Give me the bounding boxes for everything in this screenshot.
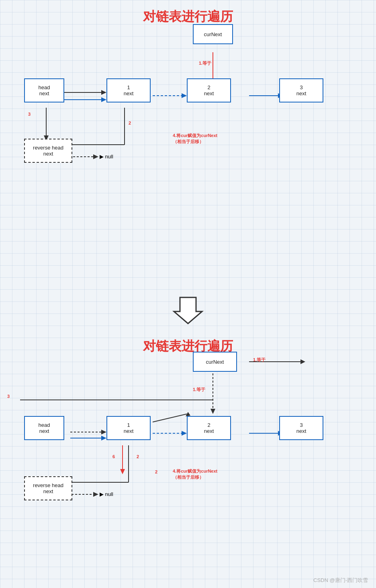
s2-head-label: head [39, 422, 50, 428]
s2-curNext-label: curNext [206, 359, 224, 365]
s2-reverse-head-node: reverse head next [24, 476, 72, 500]
s2-head-node: head next [24, 416, 64, 440]
svg-marker-14 [93, 154, 98, 159]
svg-marker-26 [101, 436, 106, 440]
section2-title: 对链表进行遍历 [0, 330, 376, 359]
step1-equals-label: 1.等于 [199, 60, 211, 66]
s2-n2-node: 2 next [187, 416, 231, 440]
svg-marker-7 [182, 93, 187, 98]
step3-label: 3 [28, 112, 31, 117]
n1-value: 1 [127, 84, 130, 90]
svg-marker-39 [93, 492, 98, 497]
svg-marker-17 [174, 297, 202, 324]
s2-n3-node: 3 next [279, 416, 323, 440]
n3-next: next [296, 90, 307, 96]
svg-marker-19 [300, 359, 305, 364]
svg-marker-21 [210, 409, 215, 414]
section2-svg [0, 330, 376, 579]
s2-n3-value: 3 [300, 422, 302, 428]
s2-reverse-head-label: reverse head [33, 482, 63, 488]
s2-n1-node: 1 next [106, 416, 151, 440]
s2-step2b-label: 2 [155, 469, 157, 474]
n1-node: 1 next [106, 78, 151, 102]
n3-node: 3 next [279, 78, 323, 102]
n1-next: next [124, 90, 134, 96]
down-arrow-icon [172, 293, 204, 326]
s2-step1b-label: 1.等于 [193, 387, 205, 393]
s2-null-label: ▶ null [100, 491, 113, 497]
section1-title: 对链表进行遍历 [0, 0, 376, 30]
svg-marker-24 [101, 430, 106, 434]
svg-line-31 [153, 414, 187, 422]
s2-step4-label: 4.将cur赋值为curNext（相当于后移） [173, 468, 217, 481]
svg-marker-28 [182, 431, 187, 436]
head-label: head [39, 84, 50, 90]
svg-marker-5 [101, 97, 106, 102]
step4-label: 4.将cur赋值为curNext（相当于后移） [173, 133, 217, 145]
s2-step2a-label: 2 [137, 454, 139, 459]
svg-marker-3 [101, 90, 106, 95]
s2-n2-value: 2 [207, 422, 210, 428]
s2-n1-next: next [124, 428, 134, 434]
step2-label: 2 [129, 121, 131, 125]
curNext-label: curNext [204, 31, 222, 37]
watermark: CSDN @唐门-西门吹雪 [313, 577, 368, 584]
null-label: ▶ null [100, 154, 113, 160]
svg-marker-37 [120, 469, 125, 474]
reverse-head-next: next [43, 151, 53, 157]
s2-n3-next: next [296, 428, 307, 434]
reverse-head-label: reverse head [33, 145, 63, 151]
s2-n1-value: 1 [127, 422, 130, 428]
s2-step1a-label: 1.等于 [253, 357, 266, 363]
reverse-head-node: reverse head next [24, 139, 72, 163]
s2-curNext-node: curNext [193, 352, 237, 372]
head-next-label: next [39, 90, 49, 96]
s2-n2-next: next [204, 428, 214, 434]
n2-next: next [204, 90, 214, 96]
s2-reverse-head-next: next [43, 488, 53, 494]
s2-step6-label: 6 [112, 454, 115, 459]
n3-value: 3 [300, 84, 302, 90]
s2-head-next: next [39, 428, 49, 434]
s2-step3-label: 3 [7, 394, 10, 399]
n2-value: 2 [207, 84, 210, 90]
head-node: head next [24, 78, 64, 102]
curNext-node: curNext [193, 24, 233, 44]
section2: 对链表进行遍历 [0, 330, 376, 579]
section1: 对链表进行遍历 curNext head [0, 0, 376, 289]
n2-node: 2 next [187, 78, 231, 102]
down-arrow-section [0, 289, 376, 330]
